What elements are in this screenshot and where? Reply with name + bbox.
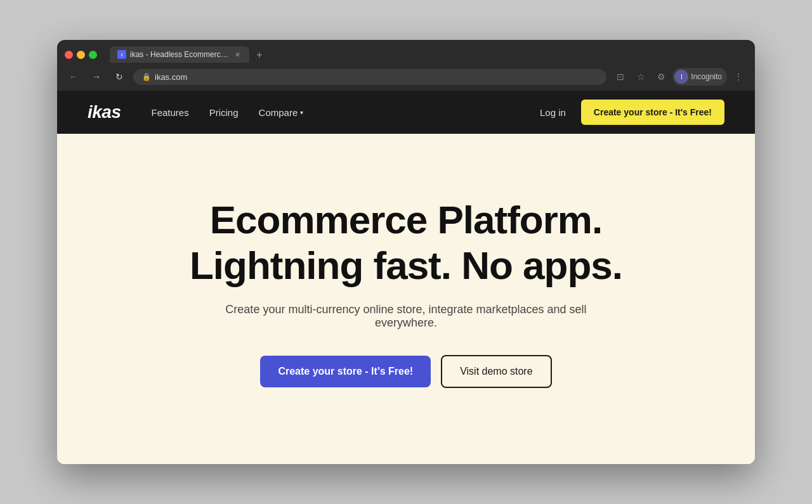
- site-logo[interactable]: ikas: [88, 102, 121, 122]
- url-display: ikas.com: [155, 72, 598, 82]
- browser-tabs: i ikas - Headless Ecommerce p... ✕ +: [110, 46, 747, 63]
- profile-name: Incognito: [691, 72, 722, 81]
- tab-favicon: i: [117, 50, 126, 59]
- reload-button[interactable]: ↻: [110, 68, 128, 86]
- tab-close-button[interactable]: ✕: [233, 50, 242, 59]
- extensions-icon[interactable]: ⚙: [652, 68, 670, 86]
- browser-toolbar: ← → ↻ 🔒 ikas.com ⊡ ☆ ⚙ I Incogni: [57, 63, 755, 91]
- nav-link-compare[interactable]: Compare ▾: [259, 107, 304, 118]
- nav-link-pricing[interactable]: Pricing: [209, 107, 239, 118]
- bookmark-icon[interactable]: ☆: [632, 68, 650, 86]
- cast-icon[interactable]: ⊡: [612, 68, 629, 86]
- reload-icon: ↻: [115, 72, 123, 82]
- new-tab-button[interactable]: +: [252, 48, 267, 63]
- browser-chrome: i ikas - Headless Ecommerce p... ✕ + ← →…: [57, 40, 755, 91]
- hero-buttons: Create your store - It's Free! Visit dem…: [260, 355, 551, 388]
- hero-cta-secondary-button[interactable]: Visit demo store: [441, 355, 551, 388]
- address-bar[interactable]: 🔒 ikas.com: [133, 69, 606, 85]
- traffic-lights: [65, 51, 97, 59]
- tab-title: ikas - Headless Ecommerce p...: [130, 50, 229, 59]
- hero-section: Ecommerce Platform. Lightning fast. No a…: [57, 134, 755, 464]
- maximize-traffic-light[interactable]: [89, 51, 97, 59]
- nav-actions: Log in Create your store - It's Free!: [540, 100, 724, 125]
- active-tab[interactable]: i ikas - Headless Ecommerce p... ✕: [110, 46, 249, 63]
- menu-icon[interactable]: ⋮: [730, 68, 747, 86]
- browser-window: i ikas - Headless Ecommerce p... ✕ + ← →…: [57, 40, 755, 464]
- toolbar-actions: ⊡ ☆ ⚙ I Incognito ⋮: [612, 68, 747, 86]
- site-navigation: ikas Features Pricing Compare ▾ Log in C…: [57, 91, 755, 134]
- hero-cta-primary-button[interactable]: Create your store - It's Free!: [260, 356, 431, 387]
- forward-button[interactable]: →: [88, 68, 105, 86]
- profile-button[interactable]: I Incognito: [672, 68, 727, 86]
- nav-cta-button[interactable]: Create your store - It's Free!: [581, 100, 724, 125]
- browser-titlebar: i ikas - Headless Ecommerce p... ✕ +: [57, 40, 755, 63]
- back-icon: ←: [69, 72, 78, 82]
- website-content: ikas Features Pricing Compare ▾ Log in C…: [57, 91, 755, 464]
- back-button[interactable]: ←: [65, 68, 82, 86]
- hero-subtitle: Create your multi-currency online store,…: [216, 303, 596, 330]
- minimize-traffic-light[interactable]: [77, 51, 85, 59]
- nav-links: Features Pricing Compare ▾: [152, 107, 540, 118]
- avatar: I: [674, 70, 688, 84]
- chevron-down-icon: ▾: [300, 109, 303, 116]
- forward-icon: →: [92, 72, 101, 82]
- nav-link-features[interactable]: Features: [152, 107, 189, 118]
- close-traffic-light[interactable]: [65, 51, 73, 59]
- login-button[interactable]: Log in: [540, 107, 566, 118]
- lock-icon: 🔒: [142, 73, 151, 81]
- hero-title: Ecommerce Platform. Lightning fast. No a…: [190, 197, 622, 288]
